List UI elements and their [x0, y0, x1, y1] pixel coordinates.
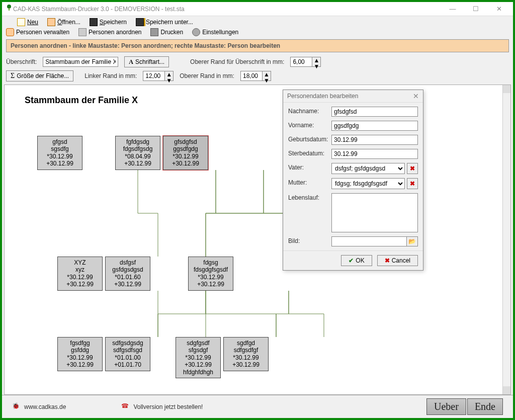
toolbar-actions: Personen verwalten Personen anordnen Dru…	[2, 28, 513, 38]
about-button[interactable]: Ueber	[426, 398, 466, 415]
font-button[interactable]: A Schriftart...	[124, 56, 169, 67]
bug-icon: 🐞	[12, 402, 21, 411]
browse-icon[interactable]: 📂	[407, 236, 418, 246]
person-node[interactable]: gfsdgfsdggsdfgdg*30.12.99+30.12.99	[163, 136, 208, 170]
death-input[interactable]	[331, 149, 418, 159]
dialog-title: Personendaten bearbeiten	[287, 93, 358, 100]
work-area: Stammbaum der Familie X gfgsdsgsdfg*30.1…	[4, 85, 511, 395]
father-select[interactable]: dsfgsf; gsfdgsdgsd	[331, 163, 405, 174]
svg-point-0	[7, 5, 11, 9]
heading-settings-row: Überschrift: A Schriftart... Oberer Rand…	[2, 53, 513, 70]
birth-input[interactable]	[331, 135, 418, 145]
arrange-icon	[78, 28, 87, 36]
manage-persons-button[interactable]: Personen verwalten	[6, 28, 69, 36]
sigma-icon: Σ	[11, 72, 15, 79]
font-icon: A	[129, 58, 133, 66]
margin-settings-row: Σ Größe der Fläche... Linker Rand in mm:…	[2, 70, 513, 85]
left-margin-stepper[interactable]: ▲▼	[143, 71, 174, 81]
print-icon	[150, 28, 158, 36]
cv-label: Lebenslauf:	[288, 193, 328, 201]
birth-label: Geburtsdatum:	[288, 135, 328, 143]
tree-canvas[interactable]: Stammbaum der Familie X gfgsdsgsdfg*30.1…	[5, 85, 502, 394]
person-node[interactable]: gfgsdsgsdfg*30.12.99+30.12.99	[37, 136, 82, 170]
top-margin-stepper[interactable]: ▲▼	[240, 71, 271, 81]
pic-label: Bild:	[288, 236, 328, 244]
cancel-button[interactable]: ✖ Cancel	[377, 255, 418, 266]
settings-icon	[192, 28, 200, 36]
saveas-icon	[136, 18, 144, 26]
left-margin-label: Linker Rand in mm:	[84, 72, 137, 79]
person-edit-dialog: Personendaten bearbeiten ✕ Nachname: Vor…	[283, 90, 423, 271]
person-node[interactable]: fdgsgfdsgdgfsgsdf*30.12.99+30.12.99	[188, 257, 233, 291]
area-size-button[interactable]: Σ Größe der Fläche...	[6, 70, 73, 81]
person-node[interactable]: sdfgsdgsdgsdfgsdfsgd*01.01.00+01.01.70	[105, 337, 150, 371]
heading-input[interactable]	[43, 57, 118, 67]
father-delete-button[interactable]: ✖	[407, 163, 418, 174]
mother-delete-button[interactable]: ✖	[407, 178, 418, 189]
website-link[interactable]: 🐞 www.cadkas.de	[12, 402, 66, 411]
person-node[interactable]: sgdfgdsdfgsdfgf*30.12.99+30.12.99	[223, 337, 269, 371]
mother-select[interactable]: fdgsg; fdsgdgfsgsdf	[331, 178, 405, 189]
mother-label: Mutter:	[288, 178, 328, 186]
firstname-label: Vorname:	[288, 121, 328, 129]
person-icon	[6, 28, 14, 36]
surname-label: Nachname:	[288, 107, 328, 115]
dialog-close-icon[interactable]: ✕	[413, 92, 419, 100]
heading-label: Überschrift:	[6, 58, 37, 65]
instruction-bar: Personen anordnen - linke Maustaste: Per…	[6, 39, 509, 52]
arrange-persons-button[interactable]: Personen anordnen	[78, 28, 141, 36]
phone-icon: ☎	[121, 402, 130, 411]
top-margin-label: Oberer Rand in mm:	[180, 72, 234, 79]
top-margin-heading-label: Oberer Rand für Überschrift in mm:	[190, 58, 284, 65]
ok-button[interactable]: ✔ OK	[341, 255, 372, 266]
top-margin-heading-stepper[interactable]: ▲▼	[290, 57, 321, 67]
person-node[interactable]: dsfgsfgsfdgsdgsd*01.01.60+30.12.99	[105, 257, 150, 291]
svg-rect-1	[9, 8, 10, 11]
firstname-input[interactable]	[331, 121, 418, 131]
minimize-button[interactable]: —	[442, 3, 464, 15]
vertical-scrollbar[interactable]	[502, 85, 510, 394]
maximize-button[interactable]: ☐	[465, 3, 487, 15]
footer: 🐞 www.cadkas.de ☎ Vollversion jetzt best…	[2, 395, 513, 418]
new-button[interactable]: Neu	[17, 18, 38, 26]
pic-input[interactable]	[331, 236, 407, 246]
father-label: Vater:	[288, 163, 328, 171]
person-node[interactable]: fgsdfgggsfddg*30.12.99+30.12.99	[57, 337, 103, 371]
window-title: CAD-KAS Stammbaum-Drucker 3.0 - DEMOVERS…	[13, 6, 442, 13]
print-button[interactable]: Drucken	[150, 28, 183, 36]
surname-input[interactable]	[331, 107, 418, 117]
new-icon	[17, 18, 25, 26]
open-button[interactable]: Öffnen...	[47, 18, 80, 26]
toolbar-file: Neu Öffnen... Speichern Speichern unter.…	[2, 16, 513, 28]
death-label: Sterbedatum:	[288, 149, 328, 157]
save-button[interactable]: Speichern	[90, 18, 127, 26]
person-node[interactable]: sdgfgsdfsfgsdgf*30.12.99+30.12.99hfdghfd…	[176, 337, 221, 378]
person-node[interactable]: XYZxyz*30.12.99+30.12.99	[57, 257, 103, 291]
titlebar: CAD-KAS Stammbaum-Drucker 3.0 - DEMOVERS…	[2, 2, 513, 16]
saveas-button[interactable]: Speichern unter...	[136, 18, 193, 26]
person-node[interactable]: fgfdgsdgfdgsdfgsdg*08.04.99+30.12.99	[115, 136, 160, 170]
app-icon	[5, 4, 13, 14]
close-button[interactable]: ✕	[488, 3, 510, 15]
end-button[interactable]: Ende	[467, 398, 503, 415]
order-link[interactable]: ☎ Vollversion jetzt bestellen!	[121, 402, 203, 411]
cv-textarea[interactable]	[331, 193, 418, 232]
save-icon	[90, 18, 98, 26]
open-icon	[47, 18, 55, 26]
settings-button[interactable]: Einstellungen	[192, 28, 238, 36]
